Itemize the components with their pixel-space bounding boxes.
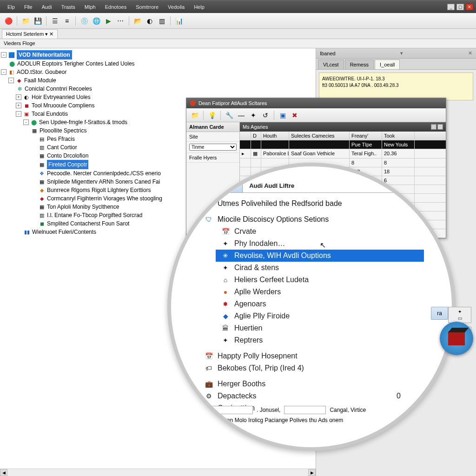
grid-header: Ms Agaries –▢ (240, 122, 446, 132)
cycle-icon[interactable]: ↺ (261, 111, 270, 120)
menu-heliers[interactable]: ⌂Heliers Cerfeet Ludeta (220, 274, 419, 286)
minimize-button[interactable]: _ (447, 4, 455, 10)
cube-badge[interactable] (440, 322, 473, 355)
save-icon[interactable]: 💾 (33, 16, 42, 26)
box-icon[interactable]: ▣ (278, 111, 287, 120)
grid-col-headers: D Houth Sulecles Camecies Freany' Took (240, 132, 446, 140)
panel-min-icon[interactable]: ▾ (400, 50, 403, 56)
scroll-right-icon[interactable]: ▶ (308, 469, 316, 476)
building-icon: 🏛 (220, 324, 231, 332)
hscrollbar[interactable]: ◀ ▶ (0, 469, 316, 476)
grid-row[interactable]: ▸▦Paboralce LaheSaaf Goan VethicleTeral … (240, 149, 446, 159)
lens-tab-title: Audi Audl Liftre (243, 179, 301, 192)
play-icon[interactable]: ▶ (104, 16, 113, 26)
gear2-icon: ⚙ (204, 392, 214, 400)
star-icon: ✦ (220, 337, 231, 344)
menu-elp[interactable]: Elp (3, 2, 20, 12)
dot-icon: ✦ (220, 264, 231, 271)
folder-icon[interactable]: 📁 (21, 16, 30, 26)
panel-close-icon[interactable]: ✕ (468, 50, 472, 56)
window-controls: _ ▢ ✕ (447, 4, 473, 10)
menu-file[interactable]: Flle (20, 2, 37, 12)
menu-mlph[interactable]: Mlph (80, 2, 100, 12)
bars-icon[interactable]: ≡ (62, 16, 72, 26)
grid-sub-headers: Pue TIpe New Youls (240, 140, 446, 149)
popup-titlebar[interactable]: Dean Fatipror AtlAudi Scltares (186, 98, 446, 108)
menu-audi[interactable]: Audi (37, 2, 57, 12)
popup-side-time[interactable]: Tinme (186, 142, 239, 153)
gear-icon: ✳ (220, 252, 231, 259)
dash-icon[interactable]: — (237, 111, 246, 120)
rtab-loeall[interactable]: I_oeall (375, 60, 400, 69)
jonusel-input[interactable] (284, 406, 326, 414)
label-jonusel: . Jonusel, (257, 407, 280, 413)
grid-min-icon[interactable]: – (431, 124, 436, 130)
scroll-left-icon[interactable]: ◀ (0, 469, 7, 476)
menu-cirad[interactable]: ✦Cirad & stens (220, 262, 419, 274)
menu-create[interactable]: 📅Crvate (220, 225, 419, 238)
menu-herger[interactable]: 💼Herger Booths (204, 378, 419, 390)
blue-icon: ◆ (220, 312, 231, 320)
main-toolbar: 🔴 📁 💾 ☰ ≡ 💿 🌐 ▶ ⋯ 📂 ◐ ▥ 📊 (0, 13, 476, 29)
bulb-icon[interactable]: 💡 (207, 111, 217, 120)
menu-aplle[interactable]: ●Aplle Werders (220, 286, 419, 298)
tree-item[interactable]: ⬤ADOLUR Eoptoirs Terigher Contes Lated U… (1, 60, 315, 68)
popup-toolbar: 📁 💡 🔧 — ✦ ↺ ▣ ✖ (186, 108, 446, 122)
menu-bekobes[interactable]: 🏷Bekobes (Tol, Prip (Ired 4) (204, 362, 419, 374)
menu-somtrrore[interactable]: Somtrrore (131, 2, 163, 12)
menu-huertien[interactable]: 🏛Huertien (220, 322, 419, 334)
gauge-icon[interactable]: ◐ (145, 16, 154, 26)
subtab-vieders[interactable]: Vieders Floge (0, 39, 476, 48)
menu-reptrers[interactable]: ✦Reptrers (220, 334, 419, 346)
folder2-icon[interactable]: 📂 (133, 16, 142, 26)
orange-icon: ● (220, 288, 231, 296)
calendar-icon: 📅 (220, 228, 231, 235)
menu-help[interactable]: Help (189, 2, 209, 12)
close-button[interactable]: ✕ (466, 4, 473, 10)
menu-aglie[interactable]: ◆Aglie Plly Firoide (220, 310, 419, 322)
menu-revolise-selected[interactable]: ✳Revolise, WIH Avdli Ouptions (216, 250, 424, 262)
cube-icon (448, 331, 465, 345)
popup-side-site[interactable]: Site (186, 132, 239, 142)
tree-item[interactable]: ❇Coniclal Conntnri Recoeles (1, 85, 315, 93)
tree-root[interactable]: -🟦VOD Nifeteoritation (1, 50, 315, 60)
delete-icon[interactable]: ✖ (290, 111, 299, 120)
time-select[interactable]: Tinme (189, 144, 237, 151)
menu-vedoila[interactable]: Vedoila (163, 2, 189, 12)
ra-button[interactable]: ra (431, 307, 448, 320)
label-cangal: Cangal, Virtice (330, 407, 366, 413)
grid-max-icon[interactable]: ▢ (437, 124, 443, 130)
rtab-vlcest[interactable]: VLcest (318, 60, 344, 69)
popup-title: Dean Fatipror AtlAudi Scltares (198, 100, 267, 106)
menubar: Elp Flle Audi Trasts Mlph Ednotoes Somtr… (0, 0, 476, 13)
tab-hctoml[interactable]: Hctoml Seterlem ▾ ✕ (2, 29, 58, 39)
tree-item[interactable]: -◧AOD.tStor. Goubeor (1, 68, 315, 76)
magnifier-lens: Ad Soher Audi Audl Liftre ⛔Utmes Poliveh… (167, 163, 456, 451)
disk-icon[interactable]: 💿 (79, 16, 89, 26)
menu-agenoars[interactable]: ✸Agenoars (220, 298, 419, 310)
tab-bar: Hctoml Seterlem ▾ ✕ (0, 29, 476, 39)
menu-depactecks[interactable]: ⚙Depactecks0 (204, 390, 419, 402)
list-icon[interactable]: ☰ (50, 16, 60, 26)
lens-heading-1: ⛔Utmes Polivehiled the Redfsorid bade (204, 198, 419, 210)
right-tabs: VLcest Remess I_oeall (316, 59, 476, 70)
popup-side-filters[interactable]: Fralle Hyers (186, 153, 239, 163)
wrench-icon[interactable]: 🔧 (225, 111, 234, 120)
sheet-icon[interactable]: ▥ (157, 16, 166, 26)
more-icon[interactable]: ⋯ (116, 16, 125, 26)
rtab-remess[interactable]: Remess (345, 60, 374, 69)
menu-happy[interactable]: 📅Happty Polly Hosepnent (204, 350, 419, 362)
cal2-icon: 📅 (204, 352, 214, 360)
tree-item[interactable]: -◆Faall Module (1, 76, 315, 85)
menu-ednotoes[interactable]: Ednotoes (100, 2, 131, 12)
widget-1[interactable]: ✦▭ (448, 307, 471, 323)
menu-trasts[interactable]: Trasts (57, 2, 80, 12)
name-input[interactable] (211, 406, 253, 414)
spark-icon[interactable]: ✦ (249, 111, 258, 120)
chart-icon[interactable]: 📊 (174, 16, 184, 26)
tag-icon: 🏷 (204, 364, 214, 372)
maximize-button[interactable]: ▢ (456, 4, 464, 10)
app-icon: 🔴 (4, 16, 13, 26)
popup-folder-icon[interactable]: 📁 (190, 111, 199, 120)
globe-icon[interactable]: 🌐 (92, 16, 101, 26)
